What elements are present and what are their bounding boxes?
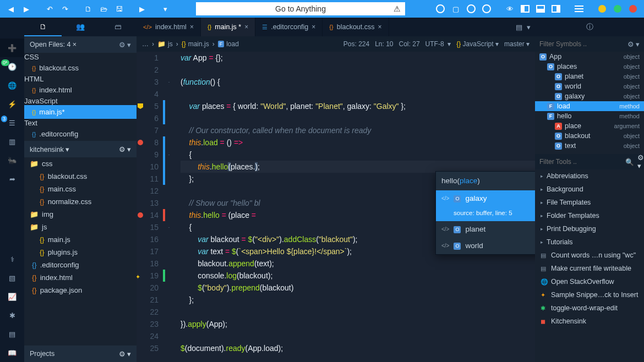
tools-filter-input[interactable] <box>539 158 622 166</box>
code-line[interactable]: $(document).ready(App.load); <box>181 342 535 354</box>
symbol-item[interactable]: Aplaceargument <box>535 121 644 131</box>
back-button[interactable]: ◀ <box>4 2 18 15</box>
line-number[interactable]: 7 <box>137 124 159 136</box>
close-window-button[interactable] <box>626 2 640 15</box>
search-icon[interactable]: 🔍 <box>625 158 634 166</box>
bp-marker[interactable] <box>138 212 143 218</box>
tool-category[interactable]: ▸Print Debugging <box>535 222 644 235</box>
minimize-window-button[interactable] <box>596 2 609 15</box>
tab--editorconfig[interactable]: ☰.editorconfig× <box>255 18 323 36</box>
folder-item[interactable]: 📁img <box>24 208 137 221</box>
line-number[interactable]: 13 <box>137 197 159 209</box>
tab-overflow-button[interactable]: ▤ <box>516 23 522 31</box>
sidebar-tab-files[interactable]: 🗋 <box>24 18 62 36</box>
globe-icon[interactable]: 🌐 <box>0 76 24 95</box>
line-number[interactable]: 4 <box>137 88 159 100</box>
line-number[interactable]: 18 <box>137 257 159 270</box>
code-line[interactable]: { <box>181 149 535 161</box>
share-icon[interactable]: ➦ <box>0 169 24 188</box>
autocomplete-item[interactable]: </>Ogalaxyobject <box>436 190 535 207</box>
flash-icon[interactable]: ⚡ <box>0 95 24 113</box>
tree-file-item[interactable]: {}blackout.css <box>24 170 137 183</box>
star-marker[interactable]: ✦ <box>137 271 140 276</box>
fold-toggle[interactable]: - <box>165 221 173 233</box>
code-line[interactable]: this.load = () => <box>181 136 535 149</box>
sidebar-tab-collab[interactable]: 👥 <box>62 18 99 36</box>
code-editor[interactable]: 12345678910111213141516171819✦2021222324… <box>137 52 535 362</box>
line-number[interactable]: 3 <box>137 76 159 88</box>
close-icon[interactable]: × <box>312 23 315 31</box>
tool-category[interactable]: ▸Tutorials <box>535 235 644 249</box>
line-number[interactable]: 5 <box>137 100 159 112</box>
close-icon[interactable]: × <box>244 23 248 31</box>
open-file-item[interactable]: {}main.js* <box>24 105 137 119</box>
vcs-branch[interactable]: master ▾ <box>504 40 530 48</box>
close-icon[interactable]: × <box>378 23 381 31</box>
code-line[interactable]: }).apply(App); <box>181 318 535 330</box>
new-button[interactable]: ➕ <box>0 39 24 57</box>
line-number[interactable]: 2 <box>137 64 159 76</box>
notifications-icon[interactable]: 3☰ <box>0 113 24 132</box>
tree-file-item[interactable]: {}main.js <box>24 233 137 246</box>
open-file-item[interactable]: {}.editorconfig <box>24 127 137 141</box>
bm-marker[interactable] <box>138 103 143 109</box>
open-file-button[interactable]: 🗁 <box>97 2 110 15</box>
code-line[interactable]: }; <box>181 294 535 306</box>
code-line[interactable]: var App = {}; <box>181 52 535 64</box>
code-line[interactable]: blackout.append(text); <box>181 257 535 270</box>
tab-index-html[interactable]: </>index.html× <box>137 18 201 36</box>
breadcrumb-file[interactable]: {} main.js <box>182 40 209 48</box>
dropdown-button[interactable]: ▾ <box>159 2 172 15</box>
tree-file-item[interactable]: {}plugins.js <box>24 246 137 259</box>
redo-button[interactable]: ↷ <box>58 2 72 15</box>
code-line[interactable]: (function() { <box>181 76 535 88</box>
symbol-item[interactable]: Oblackoutobject <box>535 131 644 141</box>
tool-item[interactable]: ▤Count words …n using "wc" <box>535 249 644 262</box>
tool-category[interactable]: ▸Folder Templates <box>535 209 644 222</box>
chart-icon[interactable]: 📈 <box>0 287 24 306</box>
bug-icon[interactable]: 🐜 <box>0 151 24 169</box>
fold-toggle[interactable]: - <box>165 149 173 161</box>
code-line[interactable] <box>181 112 535 124</box>
line-number[interactable]: 12 <box>137 185 159 197</box>
tab-list-button[interactable]: ▾ <box>527 23 531 31</box>
line-number[interactable]: 15 <box>137 221 159 233</box>
line-number[interactable]: 9 <box>137 149 159 161</box>
close-all-icon[interactable]: × <box>73 41 77 48</box>
symbol-item[interactable]: Oplanetobject <box>535 72 644 81</box>
tools-settings-icon[interactable]: ⚙ ▾ <box>637 153 644 170</box>
panel-bottom-button[interactable] <box>534 2 547 15</box>
open-file-item[interactable]: {}blackout.css <box>24 61 137 75</box>
tab-blackout-css[interactable]: {}blackout.css× <box>323 18 389 36</box>
autocomplete-item[interactable]: </>Oworldobject <box>436 238 535 254</box>
code-line[interactable] <box>181 306 535 318</box>
tool-category[interactable]: ▸Background <box>535 183 644 196</box>
line-number[interactable]: 6 <box>137 112 159 124</box>
tool-category[interactable]: ▸File Templates <box>535 196 644 209</box>
symbol-item[interactable]: Otextobject <box>535 141 644 151</box>
star-icon[interactable]: ✱ <box>0 306 24 325</box>
symbol-item[interactable]: Oplacesobject <box>535 62 644 72</box>
symbols-filter-input[interactable] <box>539 40 625 48</box>
tool-item[interactable]: ✦Sample Snippe…ck to Insert <box>535 288 644 301</box>
tree-file-item[interactable]: {}.editorconfig <box>24 259 137 271</box>
project-settings-icon[interactable]: ⚙ ▾ <box>119 145 131 153</box>
goto-anything-input[interactable]: Go to Anything ⚠ <box>196 2 405 15</box>
panel-right-button[interactable] <box>549 2 563 15</box>
tab-main-js[interactable]: {}main.js *× <box>201 18 255 36</box>
line-number[interactable]: 25 <box>137 342 159 354</box>
breadcrumb-folder[interactable]: 📁 js <box>157 40 173 48</box>
line-number[interactable]: 21 <box>137 294 159 306</box>
code-line[interactable] <box>181 64 535 76</box>
fold-toggle[interactable]: - <box>165 76 173 88</box>
tree-file-item[interactable]: {}normalize.css <box>24 195 137 208</box>
encoding-selector[interactable]: UTF-8 ▾ <box>425 40 451 48</box>
tree-file-item[interactable]: {}index.html <box>24 271 137 284</box>
code-line[interactable] <box>181 88 535 100</box>
code-line[interactable]: var places = { world: "World", planet: "… <box>181 100 535 112</box>
line-number[interactable]: 10 <box>137 161 159 173</box>
line-number[interactable]: 16 <box>137 233 159 245</box>
line-number[interactable]: 22 <box>137 306 159 318</box>
menu-button[interactable] <box>572 2 586 15</box>
play-macro-button[interactable] <box>465 2 478 15</box>
